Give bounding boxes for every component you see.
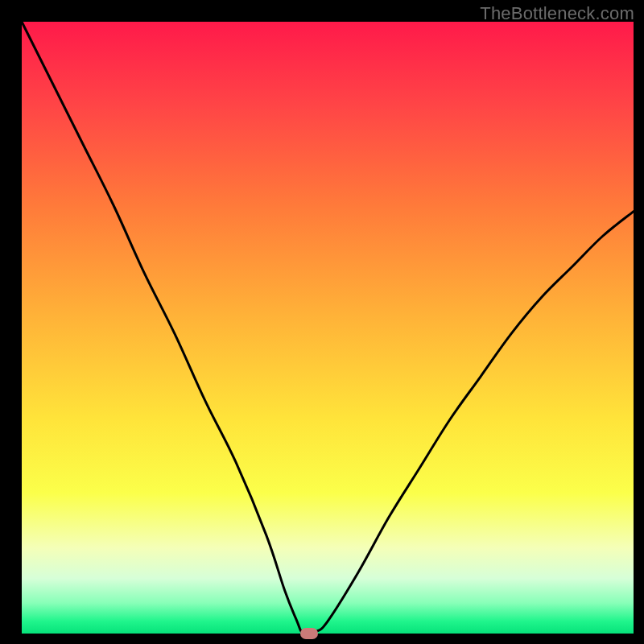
plot-area (22, 22, 634, 634)
chart-frame: TheBottleneck.com (0, 0, 644, 644)
watermark-text: TheBottleneck.com (480, 3, 634, 24)
bottleneck-curve (22, 22, 634, 634)
curve-path (22, 22, 634, 634)
minimum-marker (300, 628, 318, 639)
